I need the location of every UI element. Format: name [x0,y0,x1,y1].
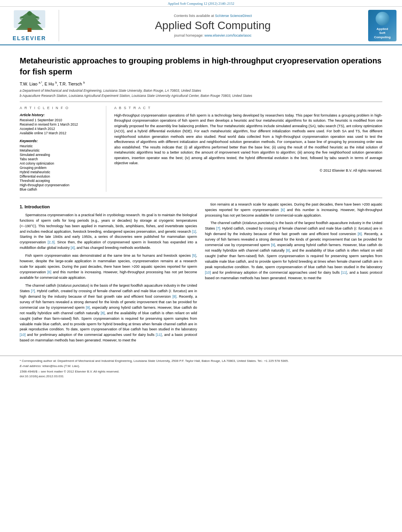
article-info-column: A R T I C L E I N F O Article history: R… [20,106,106,192]
revised-date: Received in revised form 1 March 2012 [20,122,100,126]
divider-2 [20,198,382,198]
journal-badge-area: AppliedSoftComputing [367,10,398,41]
keyword-4: Tabu search [20,157,100,161]
keyword-5: Ant colony optimization [20,161,100,165]
footnote-star: * Corresponding author at: Department of… [20,359,382,363]
keyword-8: Differential evolution [20,174,100,178]
article-info-heading: A R T I C L E I N F O [20,106,100,110]
homepage-link[interactable]: www.elsevier.com/locate/asoc [204,33,252,37]
main-content: Metaheuristic approaches to grouping pro… [0,45,402,352]
badge-circle-graphic [376,12,389,26]
intro-para-3: The channel catfish (Ictalurus punctatus… [20,283,197,343]
intro-para-1: Spermatozoa cryopreservation is a practi… [20,213,197,251]
intro-para-2: Fish sperm cryopreservation was demonstr… [20,253,197,281]
abstract-heading: A B S T R A C T [114,106,382,110]
sciverse-line: Contents lists available at SciVerse Sci… [174,14,252,18]
sciverse-link[interactable]: SciVerse ScienceDirect [215,14,252,18]
accepted-date: Accepted 4 March 2012 [20,127,100,131]
body-left-column: 1. Introduction Spermatozoa cryopreserva… [20,202,197,346]
email-footnote: E-mail address: ielian@lsu.edu (T.W. Lia… [20,364,382,368]
history-title: Article history: [20,113,100,117]
journal-badge: AppliedSoftComputing [368,10,396,41]
keyword-6: Grouping problem [20,166,100,170]
article-info-abstract: A R T I C L E I N F O Article history: R… [20,106,382,192]
abstract-column: A B S T R A C T High-throughput cryopres… [114,106,382,192]
copyright-text: © 2012 Elsevier B.V. All rights reserved… [114,169,382,172]
keyword-11: Blue catfish [20,187,100,191]
keywords-title: Keywords: [20,139,100,143]
svg-point-3 [20,16,24,20]
svg-rect-2 [28,28,31,32]
body-right-column: tion remains at a research scale for aqu… [205,202,383,346]
issn-line: 1568-4946/$ – see front matter © 2012 El… [20,370,382,373]
keyword-10: High-throughput cryopreservation [20,183,100,187]
keyword-3: Simulated annealing [20,153,100,157]
received-date: Received 1 September 2010 [20,118,100,122]
journal-name: Applied Soft Computing [155,19,270,32]
elsevier-logo: ELSEVIER [12,10,47,41]
available-date: Available online 17 March 2012 [20,131,100,135]
affiliation-a: a Department of Mechanical and Industria… [20,89,382,93]
doi-line: doi:10.1016/j.asoc.2012.03.031 [20,374,382,378]
elsevier-wordmark: ELSEVIER [13,35,46,41]
elsevier-tree-icon [12,10,47,34]
keywords-section: Keywords: Heuristic Metaheuristic Simula… [20,139,100,191]
affiliation-b: b Aquaculture Research Station, Louisian… [20,94,382,98]
badge-label: AppliedSoftComputing [374,27,391,39]
keyword-1: Heuristic [20,144,100,148]
page-footer: * Corresponding author at: Department of… [0,356,402,380]
abstract-text: High-throughput cryopreservation operati… [114,113,382,166]
section-1-title: 1. Introduction [20,204,197,210]
keyword-9: Threshold accepting [20,179,100,183]
keyword-7: Hybrid metaheuristic [20,170,100,174]
svg-point-5 [27,11,32,16]
divider-1 [20,102,382,102]
article-history: Article history: Received 1 September 20… [20,113,100,135]
journal-header: ELSEVIER Contents lists available at Sci… [0,7,402,45]
article-title: Metaheuristic approaches to grouping pro… [20,55,382,77]
journal-title-area: Contents lists available at SciVerse Sci… [63,10,363,41]
right-para-1: tion remains at a research scale for aqu… [205,202,383,219]
body-columns: 1. Introduction Spermatozoa cryopreserva… [20,202,382,346]
authors-line: T.W. Liao a,*, E Hu b, T.R. Tiersch b [20,81,382,86]
journal-citation: Applied Soft Computing 12 (2012) 2140–21… [0,0,402,7]
right-para-2: The channel catfish (Ictalurus punctatus… [205,221,383,281]
svg-point-4 [35,16,39,20]
keyword-2: Metaheuristic [20,148,100,152]
publisher-logo-area: ELSEVIER [4,10,59,41]
homepage-line: journal homepage: www.elsevier.com/locat… [174,33,252,37]
